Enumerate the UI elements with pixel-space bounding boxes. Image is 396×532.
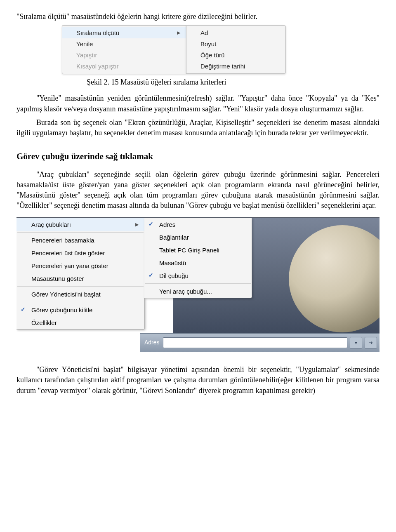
menu-label: Sıralama ölçütü [76,28,119,37]
toolbars-submenu: ✓ Adres Bağlantılar Tablet PC Giriş Pane… [144,218,252,298]
menu-label: Görev çubuğunu kilitle [31,306,92,314]
intro-paragraph: "Sıralama ölçütü" masaüstündeki öğelerin… [16,12,380,22]
submenu-item-links[interactable]: Bağlantılar [144,231,252,244]
submenu-item-type[interactable]: Öğe türü [186,49,285,61]
menu-item-show-desktop[interactable]: Masaüstünü göster [16,272,144,285]
menu-item-paste: Yapıştır [62,49,186,61]
figure-sort-menu: Sıralama ölçütü ▶ Yenile Yapıştır Kısayo… [62,25,380,74]
separator [17,286,144,287]
separator [17,302,144,302]
menu-item-stacked[interactable]: Pencereleri üst üste göster [16,247,144,259]
arrow-icon: ▶ [177,30,180,36]
menu-label: Yenile [76,40,93,48]
menu-label: Yapıştır [76,51,97,59]
menu-label: Yeni araç çubuğu... [159,287,212,296]
menu-item-sort-by[interactable]: Sıralama ölçütü ▶ [62,27,186,38]
paragraph-2a: "Yenile" masaüstünün yeniden görüntülenm… [16,93,380,114]
menu-item-properties[interactable]: Özellikler [16,316,144,329]
separator [17,232,144,233]
menu-label: Dil çubuğu [159,271,189,280]
check-icon: ✓ [148,220,153,228]
menu-label: Pencereleri yan yana göster [31,261,108,270]
menu-label: Masaüstünü göster [31,274,84,283]
menu-label: Araç çubukları [31,220,71,229]
submenu-item-name[interactable]: Ad [186,27,285,38]
go-button[interactable]: ➜ [365,337,377,348]
menu-label: Pencereleri basamakla [31,236,94,245]
separator [145,283,251,284]
taskbar-context-menu: Araç çubukları ▶ Pencereleri basamakla P… [16,218,145,330]
menu-label: Masaüstü [159,259,186,267]
menu-label: Adres [159,220,175,229]
paragraph-2b: Burada son üç seçenek olan "Ekran çözünü… [16,118,380,138]
paragraph-4: "Görev Yöneticisi'ni başlat" bilgisayar … [16,365,380,396]
submenu-item-desktop[interactable]: Masaüstü [144,257,252,269]
menu-label: Boyut [200,40,216,48]
menu-item-lock-taskbar[interactable]: ✓ Görev çubuğunu kilitle [16,304,144,316]
submenu-item-size[interactable]: Boyut [186,38,285,49]
context-submenu-right: Ad Boyut Öğe türü Değiştirme tarihi [186,25,286,74]
menu-label: Ad [200,28,208,37]
section-heading: Görev çubuğu üzerinde sağ tıklamak [16,151,380,162]
check-icon: ✓ [21,306,26,314]
menu-item-side-by-side[interactable]: Pencereleri yan yana göster [16,259,144,272]
address-input[interactable] [163,337,347,348]
menu-label: Görev Yöneticisi'ni başlat [31,290,101,299]
menu-label: Pencereleri üst üste göster [31,249,105,257]
submenu-item-address[interactable]: ✓ Adres [144,218,252,231]
menu-label: Öğe türü [200,51,224,59]
dropdown-button[interactable]: ▾ [350,337,362,348]
menu-item-cascade[interactable]: Pencereleri basamakla [16,234,144,247]
menu-label: Tablet PC Giriş Paneli [159,246,219,254]
address-label: Adres [144,339,160,347]
menu-item-paste-shortcut: Kısayol yapıştır [62,61,186,71]
menu-item-task-manager[interactable]: Görev Yöneticisi'ni başlat [16,288,144,301]
submenu-item-date[interactable]: Değiştirme tarihi [186,61,285,72]
chevron-down-icon: ▾ [355,339,357,346]
figure-caption-1: Şekil 2. 15 Masaüstü öğeleri sıralama kr… [16,77,380,87]
paragraph-3: "Araç çubukları" seçeneğinde seçili olan… [16,169,380,211]
menu-item-refresh[interactable]: Yenile [62,38,186,49]
context-menu-left: Sıralama ölçütü ▶ Yenile Yapıştır Kısayo… [62,25,186,74]
submenu-item-language[interactable]: ✓ Dil çubuğu [144,269,252,282]
submenu-item-new-toolbar[interactable]: Yeni araç çubuğu... [144,285,252,298]
arrow-icon: ➜ [369,339,373,346]
menu-label: Özellikler [31,318,57,327]
menu-item-toolbars[interactable]: Araç çubukları ▶ [16,218,144,231]
menu-label: Bağlantılar [159,233,189,242]
menu-label: Kısayol yapıştır [76,62,119,71]
submenu-item-tablet[interactable]: Tablet PC Giriş Paneli [144,244,252,257]
menu-label: Değiştirme tarihi [200,62,245,71]
taskbar-address-toolbar: Adres ▾ ➜ [140,333,380,352]
figure-taskbar-menu: Araç çubukları ▶ Pencereleri basamakla P… [16,217,380,354]
check-icon: ✓ [148,271,153,280]
arrow-icon: ▶ [135,221,139,228]
